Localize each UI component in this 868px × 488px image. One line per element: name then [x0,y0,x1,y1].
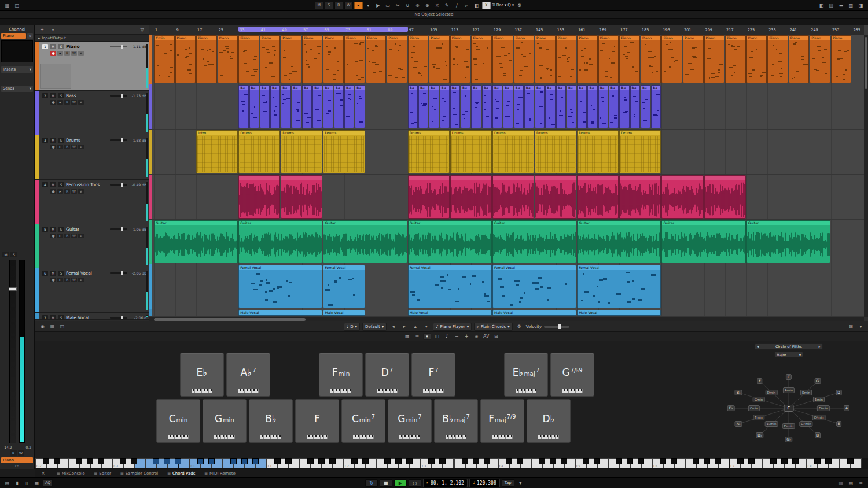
quantize-dropdown[interactable]: Q ▾ [507,3,514,8]
track-record-button[interactable]: ● [50,145,56,149]
record-button[interactable]: ○ [409,479,421,487]
velocity-slider[interactable] [544,326,569,328]
clip-guitar[interactable]: Guitar [323,220,407,263]
clip-drums[interactable]: Drums [408,130,450,173]
clip-piano[interactable]: Piano [238,35,259,83]
piano-key-black[interactable] [307,458,314,464]
hub-icon[interactable]: ▦ [3,2,12,9]
track-edit-button[interactable]: e [78,51,84,56]
tab-editor[interactable]: ▦Editor [94,471,111,476]
root-key-dropdown[interactable]: ♩ D ▾ [344,323,360,331]
chord-pad-gmin[interactable]: Gmin [203,399,247,443]
clip-ba[interactable]: Ba [334,85,344,128]
track-write-button[interactable]: W [71,278,77,282]
piano-key-black[interactable] [671,458,677,464]
circle-chord-e[interactable]: E♭ [727,405,735,411]
track-edit-button[interactable]: e [78,100,84,105]
track-record-button[interactable]: ● [50,100,56,105]
zoom-tool[interactable]: ⊕ [423,2,432,9]
piano-key-black[interactable] [715,458,721,464]
track-mute-button[interactable]: M [50,271,56,276]
circle-of-fifths[interactable]: CGDAEBG♭D♭A♭E♭B♭FAminEminBminF♯minC♯minG… [716,357,861,453]
preset-dropdown[interactable]: Default ▾ [362,323,387,331]
piano-key-black[interactable] [164,458,170,464]
slider-handle[interactable] [121,316,123,320]
piano-key-black[interactable] [208,458,215,464]
clip-audio-event[interactable] [450,175,492,219]
piano-key-black[interactable] [43,458,49,464]
clip-piano[interactable]: Piano [746,35,767,83]
circle-chord-g-min[interactable]: G♯min [799,421,812,427]
channel-mute-button[interactable]: M [2,252,9,257]
clip-ba[interactable]: Ba [471,85,481,128]
global-solo-button[interactable]: S [325,2,333,9]
transport-settings-icon[interactable]: ≡ [856,479,865,487]
clip-ba[interactable]: Ba [587,85,597,128]
clip-guitar[interactable]: Guitar [746,220,830,263]
circle-chord-b[interactable]: B [815,432,821,438]
clip-drums[interactable]: Drums [281,130,322,173]
track-monitor-button[interactable]: ▸ [57,51,63,56]
clip-piano[interactable]: Piano [408,35,429,83]
track-edit-button[interactable]: e [78,189,84,194]
maximize-zone-icon[interactable]: ⊞ [847,323,855,330]
tab-mixconsole[interactable]: ▦MixConsole [57,471,85,476]
tap-tempo-button[interactable]: Tap [502,479,514,487]
move-down-button[interactable]: ▾ [422,323,431,330]
clip-piano[interactable]: Piano [831,35,852,83]
track-lane-drums[interactable]: IntroDrumsDrumsDrumsDrumsDrumsDrumsDrums… [149,130,864,175]
piano-key-black[interactable] [274,458,281,464]
clip-piano[interactable]: Piano [683,35,704,83]
chord-pad-fmin[interactable]: Fmin [319,353,363,397]
clip-audio-event[interactable] [535,175,576,219]
piano-key-black[interactable] [583,458,589,464]
clip-femal-vocal[interactable]: Femal Vocal [492,265,576,308]
clip-piano[interactable]: Piano [281,35,301,83]
channel-solo-button[interactable]: S [10,252,17,257]
transpose-up-button[interactable]: + [462,332,471,340]
close-lower-zone-icon[interactable]: × [39,469,47,477]
track-lane-piano[interactable]: CminPianoPianoPianoPianoPianoPianoPianoP… [149,35,864,84]
circle-chord-g[interactable]: G♭ [785,437,792,442]
piano-key-black[interactable] [748,458,755,464]
track-monitor-button[interactable]: ▸ [57,234,63,238]
circle-chord-bmin[interactable]: Bmin [813,397,825,402]
track-monitor-button[interactable]: ▸ [57,100,63,105]
circle-chord-a[interactable]: A♭ [735,421,742,427]
assistant-mode-dropdown[interactable]: ◂ Circle of Fifths ▸ [755,343,823,350]
grid-type-dropdown[interactable]: ⊞ Bar ▾ [492,3,506,8]
inserts-section-header[interactable]: Inserts ▾ [1,66,33,73]
mute-tool[interactable]: × [433,2,442,9]
clip-ba[interactable]: Ba [492,85,502,128]
chord-pad-e-maj7[interactable]: E♭maj7 [504,353,548,397]
snap-toggle-button[interactable]: X [482,2,491,9]
clip-femal-vocal[interactable]: Femal Vocal [238,265,322,308]
chord-pad-cmin[interactable]: Cmin [156,399,200,443]
clip-ba[interactable]: Ba [302,85,312,128]
track-lane-bass[interactable]: BaBaBaBaBaBaBaBaBaBaBaBaBaBaBaBaBaBaBaBa… [149,84,864,130]
clip-piano[interactable]: Piano [598,35,619,83]
add-track-button[interactable]: + [38,26,46,34]
track-solo-button[interactable]: S [58,44,64,49]
track-monitor-button[interactable]: ▸ [57,189,63,194]
track-lane-male-vocal[interactable]: Male VocalMale VocalMale VocalMale Vocal… [149,309,864,317]
piano-key-black[interactable] [153,458,159,464]
track-header-percussion-tocs[interactable]: 4MSPercussion Tocs-0.49 dB●▸RWe [35,180,149,224]
track-read-button[interactable]: R [64,51,70,56]
clip-piano[interactable]: Piano [661,35,682,83]
play-button[interactable]: ▶ [394,479,407,487]
piano-key-black[interactable] [473,458,479,464]
horizontal-scrollbar[interactable] [149,317,864,321]
lower-zone-toggle-icon[interactable]: ▥ [847,2,855,9]
pads-setup-icon[interactable]: ▦ [48,323,57,330]
track-read-button[interactable]: R [64,278,70,282]
color-tool[interactable]: ◧ [472,2,481,9]
piano-key-black[interactable] [241,458,248,464]
timeline-ruler[interactable]: 1917253341495765738189971051131211291371… [149,25,864,35]
track-header-drums[interactable]: 3MSDrums-1.68 dB●▸RWe [35,135,149,180]
circle-chord-d[interactable]: D [836,390,842,395]
visibility-icon[interactable]: ▤ [827,2,836,9]
circle-chord-amin[interactable]: Amin [783,387,795,393]
chord-pad-b-maj7[interactable]: B♭maj7 [434,399,478,443]
track-filter-icon[interactable]: ▽ [138,26,146,34]
